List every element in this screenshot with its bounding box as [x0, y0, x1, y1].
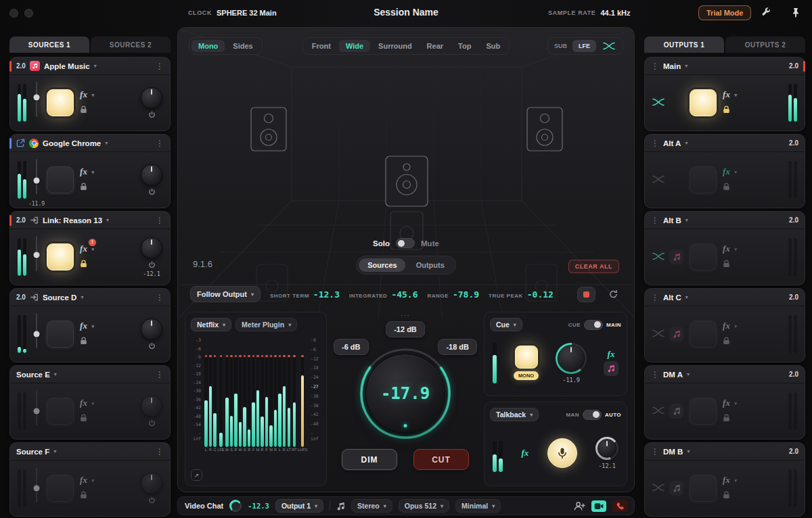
stop-measurement-button[interactable]: [577, 287, 595, 302]
talkback-fx-button[interactable]: fx: [521, 448, 528, 457]
fx-button[interactable]: fx▾: [723, 398, 730, 407]
speaker-left[interactable]: [251, 108, 286, 151]
view-surround[interactable]: Surround: [371, 40, 419, 52]
cut-button[interactable]: CUT: [413, 449, 469, 470]
gain-knob[interactable]: [141, 319, 162, 340]
volume-fader[interactable]: -11.9: [32, 158, 41, 202]
solo-mute-switch[interactable]: [396, 238, 415, 248]
panel-tab[interactable]: OUTPUTS 2: [725, 37, 805, 53]
crossfade-button[interactable]: [652, 251, 664, 263]
source-header[interactable]: Google Chrome ▾ ⋮: [10, 135, 170, 152]
pin-icon[interactable]: [792, 7, 800, 18]
chevron-down-icon[interactable]: ▾: [94, 63, 97, 69]
talkback-select[interactable]: Talkback ▾: [490, 408, 539, 421]
source-header[interactable]: Source F ▾ ⋮: [10, 443, 170, 461]
output-header[interactable]: ⋮ Alt B ▾ 2.0: [645, 212, 805, 229]
kebab-menu-icon[interactable]: ⋮: [156, 62, 164, 70]
output-header[interactable]: ⋮ DM A ▾ 2.0: [645, 366, 805, 383]
panel-tab[interactable]: SOURCES 2: [91, 37, 171, 53]
mode-mono[interactable]: Mono: [191, 40, 225, 52]
solo-label[interactable]: Solo: [373, 239, 390, 248]
gain-knob[interactable]: [141, 473, 162, 494]
monitor-enable-button[interactable]: [690, 398, 717, 425]
cue-level-knob[interactable]: [558, 345, 585, 372]
lock-button[interactable]: [80, 490, 87, 502]
chevron-down-icon[interactable]: ▾: [53, 448, 56, 454]
fx-button[interactable]: fx!▾: [80, 244, 87, 253]
kebab-menu-icon[interactable]: ⋮: [651, 371, 659, 379]
lock-button[interactable]: [723, 413, 730, 425]
music-icon[interactable]: [669, 404, 683, 419]
fx-button[interactable]: fx▾: [723, 321, 730, 330]
source-header[interactable]: 2.0 Apple Music ▾ ⋮: [10, 57, 170, 75]
fx-button[interactable]: fx▾: [80, 398, 87, 407]
monitor-enable-button[interactable]: [47, 398, 74, 425]
music-icon[interactable]: [669, 481, 683, 496]
lock-button[interactable]: [723, 258, 730, 270]
video-chat-knob[interactable]: [229, 500, 242, 512]
fx-button[interactable]: fx▾: [80, 167, 87, 176]
fx-button[interactable]: fx▾: [723, 90, 730, 99]
video-output-select[interactable]: Output 1 ▾: [275, 499, 323, 513]
window-minimize-button[interactable]: [24, 9, 33, 18]
wrench-icon[interactable]: [761, 7, 771, 18]
power-icon[interactable]: [148, 419, 156, 427]
output-header[interactable]: ⋮ Alt A ▾ 2.0: [645, 135, 805, 152]
end-call-button[interactable]: [612, 500, 627, 512]
kebab-menu-icon[interactable]: ⋮: [651, 448, 659, 456]
fx-button[interactable]: fx▾: [80, 90, 87, 99]
view-wide[interactable]: Wide: [339, 40, 370, 52]
volume-fader[interactable]: [32, 235, 41, 279]
chevron-down-icon[interactable]: ▾: [687, 371, 690, 377]
chevron-down-icon[interactable]: ▾: [687, 448, 690, 454]
window-close-button[interactable]: [9, 9, 18, 18]
music-icon[interactable]: [604, 361, 618, 376]
follow-output-select[interactable]: Follow Output ▾: [190, 286, 261, 302]
mute-label[interactable]: Mute: [421, 239, 439, 248]
cue-main-switch[interactable]: [584, 320, 603, 330]
volume-fader[interactable]: [32, 466, 41, 511]
chevron-down-icon[interactable]: ▾: [81, 294, 83, 300]
fx-button[interactable]: fx▾: [80, 475, 87, 484]
chevron-down-icon[interactable]: ▾: [105, 140, 108, 146]
power-icon[interactable]: [148, 342, 156, 350]
talkback-man-auto-switch[interactable]: [583, 410, 602, 420]
fx-button[interactable]: fx▾: [723, 244, 730, 253]
codec-select[interactable]: Opus 512 ▾: [399, 499, 449, 513]
music-icon[interactable]: [669, 250, 683, 264]
crossfade-button[interactable]: [652, 328, 664, 340]
reset-measurement-button[interactable]: [605, 287, 622, 302]
gain-knob[interactable]: [141, 396, 162, 417]
talkback-mic-button[interactable]: [547, 438, 577, 468]
lock-button[interactable]: [723, 335, 730, 348]
volume-fader[interactable]: [32, 389, 41, 433]
source-header[interactable]: Source E ▾ ⋮: [10, 366, 170, 383]
chevron-down-icon[interactable]: ▾: [685, 294, 688, 300]
view-sub[interactable]: Sub: [479, 40, 507, 52]
kebab-menu-icon[interactable]: ⋮: [156, 216, 164, 225]
chevron-down-icon[interactable]: ▾: [106, 217, 109, 223]
export-icon[interactable]: ↗: [191, 469, 202, 481]
chevron-down-icon[interactable]: ▾: [54, 371, 57, 377]
chevron-down-icon[interactable]: ▾: [685, 63, 687, 69]
level-preset-button[interactable]: -12 dB: [386, 321, 425, 337]
clear-all-button[interactable]: CLEAR ALL: [568, 260, 619, 273]
monitor-enable-button[interactable]: [47, 89, 74, 116]
view-front[interactable]: Front: [305, 40, 338, 52]
more-options-icon[interactable]: ···: [401, 312, 410, 319]
chevron-down-icon[interactable]: ▾: [685, 140, 687, 146]
lock-button[interactable]: [723, 181, 730, 193]
output-header[interactable]: ⋮ Alt C ▾ 2.0: [645, 289, 805, 306]
monitor-enable-button[interactable]: [47, 166, 74, 193]
monitor-enable-button[interactable]: [47, 321, 74, 348]
kebab-menu-icon[interactable]: ⋮: [156, 371, 164, 379]
cue-select[interactable]: Cue ▾: [490, 318, 522, 331]
power-icon[interactable]: [148, 261, 156, 268]
lfe-button[interactable]: LFE: [572, 40, 596, 52]
fx-button[interactable]: fx▾: [723, 167, 730, 176]
crossfade-button[interactable]: [652, 482, 664, 494]
output-header[interactable]: ⋮ Main ▾ 2.0: [645, 57, 805, 75]
view-top[interactable]: Top: [451, 40, 478, 52]
gain-knob[interactable]: [141, 164, 162, 186]
clock-value[interactable]: SPHERE 32 Main: [217, 9, 277, 17]
